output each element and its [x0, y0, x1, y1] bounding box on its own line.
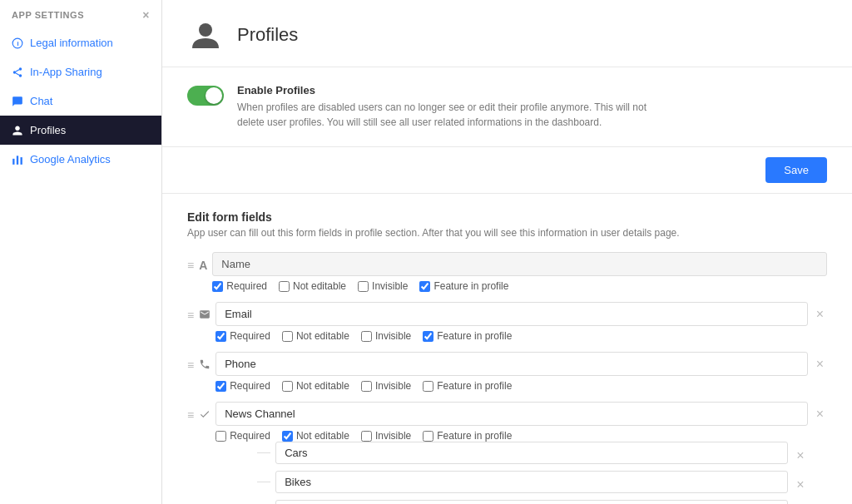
field-options-email: Required Not editable Invisible Feature …	[215, 330, 807, 342]
option-required-phone[interactable]: Required	[215, 380, 270, 392]
option-invisible-name[interactable]: Invisible	[358, 280, 408, 292]
svg-rect-7	[12, 158, 14, 164]
option-feature-news-channel[interactable]: Feature in profile	[423, 430, 512, 442]
field-content-phone: Required Not editable Invisible Feature …	[215, 352, 807, 392]
indent-line	[257, 482, 270, 482]
delete-email-button[interactable]: ×	[813, 307, 827, 322]
option-feature-phone[interactable]: Feature in profile	[423, 380, 512, 392]
field-content-name: Required Not editable Invisible Feature …	[212, 252, 827, 292]
sidebar-item-label: In-App Sharing	[30, 66, 102, 78]
field-row-phone: ≡ Required Not editable Invisible Featur…	[187, 352, 827, 392]
field-content-news-channel: Required Not editable Invisible Feature …	[215, 402, 807, 504]
option-feature-email[interactable]: Feature in profile	[423, 330, 512, 342]
field-input-email[interactable]	[215, 302, 807, 326]
page-header: Profiles	[162, 0, 852, 67]
delete-bikes-button[interactable]: ×	[793, 477, 807, 492]
option-not-editable-phone[interactable]: Not editable	[282, 380, 349, 392]
sub-field-input-trains[interactable]	[275, 500, 788, 504]
option-invisible-phone[interactable]: Invisible	[361, 380, 411, 392]
option-not-editable-name[interactable]: Not editable	[279, 280, 346, 292]
sidebar-item-profiles[interactable]: Profiles	[0, 116, 161, 145]
sidebar-item-google-analytics[interactable]: Google Analytics	[0, 145, 161, 174]
sub-field-row-trains: ×	[257, 500, 807, 504]
enable-profiles-description: When profiles are disabled users can no …	[237, 100, 653, 130]
svg-point-2	[19, 67, 22, 71]
sub-field-input-bikes[interactable]	[275, 471, 788, 493]
sidebar-item-chat[interactable]: Chat	[0, 86, 161, 116]
sidebar-title: APP SETTINGS	[12, 10, 84, 20]
form-fields-subtitle: App user can fill out this form fields i…	[187, 227, 827, 239]
page-title: Profiles	[237, 24, 298, 46]
svg-rect-8	[17, 156, 18, 165]
chart-icon	[12, 154, 23, 166]
drag-handle-phone[interactable]: ≡	[187, 358, 194, 372]
page-icon	[187, 17, 224, 53]
sub-field-row-bikes: ×	[257, 471, 807, 493]
enable-profiles-title: Enable Profiles	[237, 84, 653, 96]
svg-point-4	[19, 74, 22, 77]
sub-field-input-cars[interactable]	[275, 442, 788, 464]
text-type-icon: A	[199, 259, 207, 272]
save-button[interactable]: Save	[765, 157, 827, 183]
main-content: Profiles Enable Profiles When profiles a…	[162, 0, 852, 504]
svg-point-10	[199, 23, 212, 37]
sidebar-item-legal-information[interactable]: i Legal information	[0, 28, 161, 57]
field-row-name: ≡ A Required Not editable Invisible Feat…	[187, 252, 827, 292]
phone-type-icon	[199, 358, 211, 373]
share-icon	[12, 67, 23, 78]
field-input-name[interactable]	[212, 252, 827, 276]
field-row-news-channel: ≡ Required Not editable Invisible Featur…	[187, 402, 827, 504]
drag-handle-name[interactable]: ≡	[187, 259, 194, 272]
person-icon	[12, 125, 23, 136]
option-required-email[interactable]: Required	[215, 330, 270, 342]
form-fields-title: Edit form fields	[187, 210, 827, 224]
sidebar-item-label: Profiles	[30, 124, 66, 136]
sidebar-item-label: Google Analytics	[30, 153, 111, 166]
svg-point-3	[13, 71, 17, 74]
drag-handle-news-channel[interactable]: ≡	[187, 408, 194, 422]
check-type-icon	[199, 408, 211, 422]
svg-line-5	[16, 72, 19, 74]
option-invisible-news-channel[interactable]: Invisible	[361, 430, 411, 442]
sidebar-item-label: Legal information	[30, 37, 113, 49]
option-not-editable-news-channel[interactable]: Not editable	[282, 430, 349, 442]
chat-icon	[12, 96, 23, 107]
delete-news-channel-button[interactable]: ×	[813, 407, 827, 422]
field-input-phone[interactable]	[215, 352, 807, 376]
field-options-name: Required Not editable Invisible Feature …	[212, 280, 827, 292]
enable-profiles-section: Enable Profiles When profiles are disabl…	[162, 67, 852, 147]
field-content-email: Required Not editable Invisible Feature …	[215, 302, 807, 342]
delete-phone-button[interactable]: ×	[813, 357, 827, 372]
field-options-news-channel: Required Not editable Invisible Feature …	[215, 430, 807, 442]
field-input-news-channel[interactable]	[215, 402, 807, 426]
sidebar-header: APP SETTINGS ×	[0, 0, 161, 28]
field-row-email: ≡ Required Not editable Invisible Featur…	[187, 302, 827, 342]
email-type-icon	[199, 309, 211, 323]
sidebar-item-label: Chat	[30, 95, 52, 107]
delete-cars-button[interactable]: ×	[793, 448, 807, 463]
indent-line	[257, 452, 270, 453]
close-icon[interactable]: ×	[142, 8, 150, 22]
option-not-editable-email[interactable]: Not editable	[282, 330, 349, 342]
sub-field-row-cars: ×	[257, 442, 807, 464]
save-row: Save	[162, 147, 852, 194]
option-invisible-email[interactable]: Invisible	[361, 330, 411, 342]
option-feature-name[interactable]: Feature in profile	[419, 280, 508, 292]
info-icon: i	[12, 37, 23, 49]
svg-rect-9	[21, 157, 22, 165]
option-required-name[interactable]: Required	[212, 280, 267, 292]
sidebar: APP SETTINGS × i Legal information In-Ap…	[0, 0, 162, 504]
sidebar-item-in-app-sharing[interactable]: In-App Sharing	[0, 57, 161, 86]
field-options-phone: Required Not editable Invisible Feature …	[215, 380, 807, 392]
option-required-news-channel[interactable]: Required	[215, 430, 270, 442]
enable-profiles-text: Enable Profiles When profiles are disabl…	[237, 84, 653, 130]
form-fields-section: Edit form fields App user can fill out t…	[162, 194, 852, 504]
svg-line-6	[16, 69, 19, 71]
svg-text:i: i	[17, 39, 18, 47]
enable-profiles-toggle[interactable]	[187, 86, 224, 108]
drag-handle-email[interactable]: ≡	[187, 309, 194, 322]
